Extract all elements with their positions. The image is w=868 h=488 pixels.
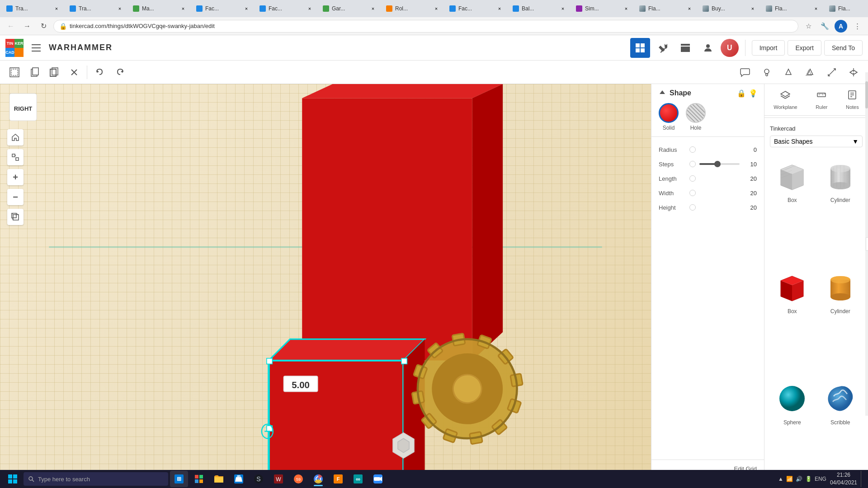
shape-label-box-red: Box: [788, 308, 797, 314]
projects-button[interactable]: [675, 38, 695, 58]
hole-type-button[interactable]: Hole: [686, 103, 706, 131]
copy-button[interactable]: [25, 63, 43, 81]
user-avatar[interactable]: U: [721, 39, 739, 57]
export-button[interactable]: Export: [788, 40, 821, 56]
svg-rect-114: [199, 475, 203, 479]
new-shape-button[interactable]: [5, 63, 24, 81]
steps-row: Steps 10: [659, 157, 757, 171]
width-circle[interactable]: [689, 190, 696, 196]
forward-button[interactable]: →: [21, 20, 33, 33]
tab-3[interactable]: Ma...×: [128, 1, 192, 16]
radius-circle[interactable]: [689, 146, 696, 153]
taskbar-app-zoom[interactable]: [369, 471, 387, 487]
shape-outline-button[interactable]: [779, 63, 797, 81]
tab-7[interactable]: Rol...×: [382, 1, 445, 16]
tab-8[interactable]: Fac...×: [445, 1, 508, 16]
import-button[interactable]: Import: [752, 40, 785, 56]
taskbar-app-arduino[interactable]: ∞: [349, 471, 367, 487]
back-button[interactable]: ←: [5, 20, 17, 33]
fit-view-button[interactable]: [7, 149, 24, 165]
perspective-button[interactable]: [7, 209, 24, 225]
zoom-out-button[interactable]: −: [7, 189, 24, 205]
more-button[interactable]: ⋮: [851, 20, 863, 33]
sendto-button[interactable]: Send To: [824, 40, 863, 56]
taskbar-app-chrome[interactable]: [309, 471, 327, 487]
zoom-in-button[interactable]: +: [7, 169, 24, 185]
shape-item-sphere-blue[interactable]: Sphere: [770, 377, 815, 484]
lightbulb-panel-button[interactable]: 💡: [749, 89, 758, 98]
lightbulb-button[interactable]: [758, 63, 776, 81]
mirror-button[interactable]: [844, 63, 863, 81]
tab-12[interactable]: Buy...×: [698, 1, 761, 16]
tab-13[interactable]: Fla...×: [761, 1, 825, 16]
lock-button[interactable]: 🔒: [737, 89, 746, 98]
taskbar-search[interactable]: Type here to search: [24, 472, 168, 486]
taskbar-app-steam[interactable]: S: [250, 471, 268, 487]
solid-label: Solid: [663, 125, 675, 131]
steps-slider[interactable]: [699, 163, 740, 165]
shape-item-box-red[interactable]: Box: [770, 266, 815, 373]
redo-button[interactable]: [111, 63, 129, 81]
start-button[interactable]: [4, 471, 22, 487]
view-cube[interactable]: RIGHT: [7, 91, 43, 127]
tab-1[interactable]: Tra...×: [2, 1, 65, 16]
account-button[interactable]: [698, 38, 718, 58]
shape-item-box-gray[interactable]: Box: [770, 155, 815, 262]
measure-button[interactable]: [823, 63, 841, 81]
viewport[interactable]: 5.00 RIGHT + −: [0, 84, 651, 488]
workplane-button[interactable]: Workplane: [770, 88, 801, 112]
solid-type-button[interactable]: Solid: [659, 103, 679, 131]
length-circle[interactable]: [689, 175, 696, 182]
refresh-button[interactable]: ↻: [37, 20, 50, 33]
shape-label-cylinder-gray: Cylinder: [830, 197, 850, 203]
svg-text:F: F: [337, 476, 340, 482]
svg-marker-22: [302, 84, 503, 98]
taskbar-app-fusion[interactable]: F: [329, 471, 347, 487]
address-bar[interactable]: 🔒 tinkercad.com/things/dtkWOGVCgqe-swank…: [53, 20, 798, 33]
hole-label: Hole: [690, 125, 702, 131]
tab-10[interactable]: Sim...×: [571, 1, 635, 16]
taskbar-app-wireguard[interactable]: W: [269, 471, 288, 487]
tab-9[interactable]: Bal...×: [508, 1, 571, 16]
undo-button[interactable]: [91, 63, 109, 81]
tab-4[interactable]: Fac...×: [192, 1, 255, 16]
notes-button[interactable]: Notes: [842, 88, 863, 112]
shape-panel-title: Shape: [670, 89, 734, 97]
home-view-button[interactable]: [7, 129, 24, 145]
taskbar-app-2[interactable]: [190, 471, 208, 487]
group-shapes-button[interactable]: [801, 63, 819, 81]
tab-2[interactable]: Tra...×: [65, 1, 128, 16]
speech-bubble-button[interactable]: [736, 63, 754, 81]
height-circle[interactable]: [689, 204, 696, 211]
tab-11[interactable]: Fla...×: [635, 1, 698, 16]
library-category-dropdown[interactable]: Basic Shapes ▼: [770, 136, 863, 147]
taskbar-show-desktop[interactable]: [861, 471, 864, 487]
svg-rect-13: [33, 68, 38, 75]
delete-button[interactable]: [65, 63, 83, 81]
menu-button[interactable]: [28, 40, 44, 56]
shape-item-scribble[interactable]: Scribble: [818, 377, 863, 484]
profile-button[interactable]: A: [835, 20, 847, 33]
tools-button[interactable]: [653, 38, 673, 58]
length-value: 20: [743, 175, 757, 182]
extensions-button[interactable]: 🔧: [818, 20, 831, 33]
taskbar-app-badge[interactable]: 59: [289, 471, 307, 487]
taskbar-app-ms-store[interactable]: [230, 471, 248, 487]
taskbar-network-icon: 📶: [786, 476, 793, 482]
tab-14[interactable]: Fla...×: [825, 1, 868, 16]
tab-5[interactable]: Fac...×: [255, 1, 318, 16]
shape-item-cylinder-orange[interactable]: Cylinder: [818, 266, 863, 373]
taskbar-apps: ⊞ S W 59 F ∞: [170, 471, 776, 487]
duplicate-button[interactable]: [45, 63, 63, 81]
taskbar-app-1[interactable]: ⊞: [170, 471, 188, 487]
taskbar-app-file-explorer[interactable]: [210, 471, 228, 487]
bookmark-button[interactable]: ☆: [802, 20, 815, 33]
grid-view-button[interactable]: [630, 38, 650, 58]
ruler-button[interactable]: Ruler: [812, 88, 831, 112]
shape-item-cylinder-gray[interactable]: Cylinder: [818, 155, 863, 262]
steps-circle[interactable]: [689, 161, 696, 167]
panel-collapse-button[interactable]: [658, 89, 667, 98]
height-value: 20: [743, 204, 757, 211]
ruler-icon: [816, 89, 827, 103]
tab-6[interactable]: Gar...×: [318, 1, 382, 16]
